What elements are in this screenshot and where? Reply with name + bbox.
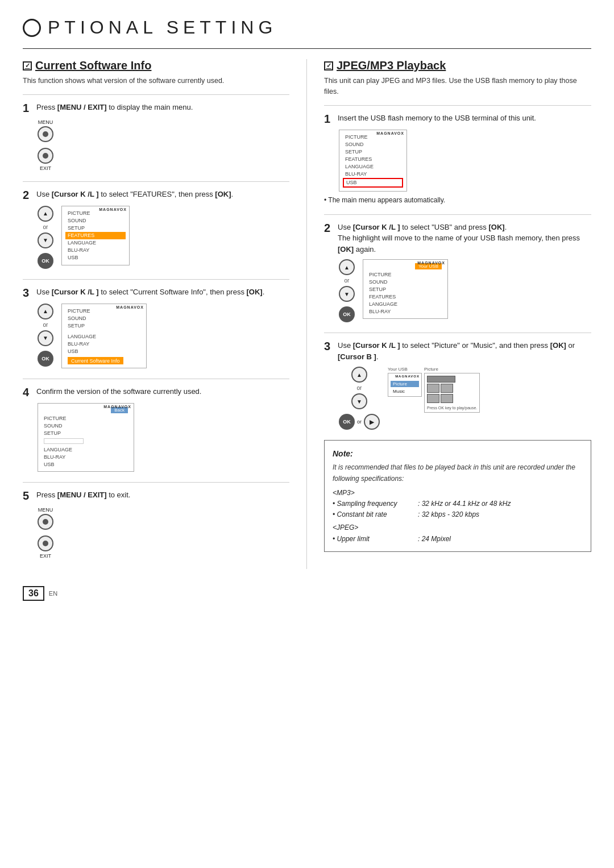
left-column: ✓ Current Software Info This function sh… — [23, 59, 307, 569]
left-step-5-illus: MENU EXIT — [38, 506, 289, 559]
right-step-2: 2 Use [Cursor K /L ] to select "USB" and… — [324, 222, 591, 323]
left-section-title: ✓ Current Software Info — [23, 59, 289, 72]
cursor-group-3: ▲ or ▼ OK — [38, 304, 53, 367]
jpeg-label: <JPEG> — [333, 522, 583, 533]
step-divider-3 — [23, 279, 289, 280]
step-divider-1 — [23, 94, 289, 95]
right-step-3-screens: Your USB MAGNAVOX Picture Music Picture — [388, 367, 480, 413]
page-footer: 36 EN — [23, 586, 591, 601]
step-divider-4 — [23, 379, 289, 379]
right-step-1: 1 Insert the USB flash memory to the USB… — [324, 113, 591, 204]
left-step-5: 5 Press [MENU / EXIT] to exit. MENU EXIT — [23, 489, 289, 559]
cursor-up-3: ▲ — [38, 304, 53, 319]
svg-point-3 — [43, 541, 48, 546]
checkbox-icon-right: ✓ — [324, 61, 333, 70]
page-title-text: PTIONAL SETTING — [48, 17, 277, 38]
cursor-down-r2: ▼ — [339, 286, 355, 302]
right-step-1-note: • The main menu appears automatically. — [324, 196, 591, 204]
right-step-1-illus: MAGNAVOX PICTURE SOUND SETUP FEATURES LA… — [339, 130, 591, 192]
cursor-down-r3: ▼ — [351, 393, 367, 409]
cursor-up-r2: ▲ — [339, 259, 355, 275]
cursor-group-r3: ▲ or ▼ OK or ▶ — [339, 367, 380, 430]
page-title: PTIONAL SETTING — [23, 17, 591, 38]
left-step-3: 3 Use [Cursor K /L ] to select "Current … — [23, 286, 289, 369]
left-step-1-header: 1 Press [MENU / EXIT] to display the mai… — [23, 102, 289, 114]
mp3-label: <MP3> — [333, 488, 583, 499]
right-step-2-illus: ▲ or ▼ OK MAGNAVOX Your USB PICTURE SOUN… — [339, 259, 591, 322]
menu-screen-4: MAGNAVOX Back PICTURE SOUND SETUP LANGUA… — [38, 403, 134, 472]
cursor-group-r2: ▲ or ▼ OK — [339, 259, 355, 322]
ok-btn-r3: OK — [339, 414, 355, 430]
remote-menu-exit-5: MENU EXIT — [38, 506, 53, 559]
menu-btn-5 — [38, 514, 53, 530]
left-step-4-header: 4 Confirm the version of the software cu… — [23, 386, 289, 398]
remote-menu-exit: MENU EXIT — [38, 119, 53, 171]
usb-screen-r3: Your USB MAGNAVOX Picture Music — [388, 367, 422, 397]
spec-upper-limit: • Upper limit : 24 Mpixel — [333, 534, 583, 545]
right-step-divider-1 — [324, 105, 591, 106]
thumbnail-area: Picture Press OK key to play/p — [424, 367, 480, 413]
step-divider-2 — [23, 181, 289, 182]
ok-btn-3: OK — [38, 351, 53, 367]
page-lang: EN — [49, 590, 57, 597]
svg-point-2 — [43, 519, 48, 525]
menu-screen-2: MAGNAVOX PICTURE SOUND SETUP FEATURES LA… — [61, 206, 130, 265]
left-step-4-illus: MAGNAVOX Back PICTURE SOUND SETUP LANGUA… — [38, 403, 289, 472]
right-step-1-header: 1 Insert the USB flash memory to the USB… — [324, 113, 591, 125]
left-step-2-header: 2 Use [Cursor K /L ] to select "FEATURES… — [23, 189, 289, 201]
menu-button — [38, 126, 53, 142]
exit-button — [38, 148, 53, 164]
left-step-1: 1 Press [MENU / EXIT] to display the mai… — [23, 102, 289, 171]
left-step-5-header: 5 Press [MENU / EXIT] to exit. — [23, 489, 289, 502]
right-step-divider-3 — [324, 333, 591, 333]
right-section-desc: This unit can play JPEG and MP3 files. U… — [324, 76, 591, 97]
menu-screen-3: MAGNAVOX PICTURE SOUND SETUP LANGUAGE BL… — [61, 304, 147, 369]
svg-point-0 — [43, 131, 48, 137]
right-step-2-header: 2 Use [Cursor K /L ] to select "USB" and… — [324, 222, 591, 255]
note-specs: <MP3> • Sampling frequency : 32 kHz or 4… — [333, 488, 583, 545]
cursor-right-r3: ▶ — [364, 414, 380, 430]
left-step-3-illus: ▲ or ▼ OK MAGNAVOX PICTURE SOUND SETUP L… — [38, 304, 289, 369]
left-section-desc: This function shows what version of the … — [23, 76, 289, 86]
right-section-title: ✓ JPEG/MP3 Playback — [324, 59, 591, 72]
left-step-3-header: 3 Use [Cursor K /L ] to select "Current … — [23, 286, 289, 299]
cursor-up-r3: ▲ — [351, 367, 367, 383]
cursor-group-2: ▲ or ▼ OK — [38, 206, 53, 269]
spec-bitrate: • Constant bit rate : 32 kbps - 320 kbps — [333, 509, 583, 520]
spec-sampling: • Sampling frequency : 32 kHz or 44.1 kH… — [333, 499, 583, 509]
menu-screen-r1: MAGNAVOX PICTURE SOUND SETUP FEATURES LA… — [339, 130, 407, 192]
o-circle — [23, 19, 41, 37]
ok-btn-r2: OK — [339, 306, 355, 322]
note-box: Note: It is recommended that files to be… — [324, 440, 591, 552]
svg-point-1 — [43, 153, 48, 159]
left-step-1-illus: MENU EXIT — [38, 119, 289, 171]
menu-screen-r2: MAGNAVOX Your USB PICTURE SOUND SETUP FE… — [363, 259, 448, 319]
note-title: Note: — [333, 447, 583, 460]
right-step-divider-2 — [324, 214, 591, 215]
exit-btn-5 — [38, 535, 53, 551]
cursor-down-3: ▼ — [38, 330, 53, 346]
right-column: ✓ JPEG/MP3 Playback This unit can play J… — [307, 59, 591, 569]
cursor-down-2: ▼ — [38, 232, 53, 248]
left-step-2: 2 Use [Cursor K /L ] to select "FEATURES… — [23, 189, 289, 269]
cursor-up-2: ▲ — [38, 206, 53, 222]
page-number: 36 — [23, 586, 44, 601]
note-desc: It is recommended that files to be playe… — [333, 462, 583, 484]
left-step-4: 4 Confirm the version of the software cu… — [23, 386, 289, 472]
right-step-3-illus: ▲ or ▼ OK or ▶ Your USB MAGNAVOX — [339, 367, 591, 430]
step-divider-5 — [23, 482, 289, 483]
right-step-3-header: 3 Use [Cursor K /L ] to select "Picture"… — [324, 340, 591, 362]
ok-btn-2: OK — [38, 253, 53, 269]
right-step-3: 3 Use [Cursor K /L ] to select "Picture"… — [324, 340, 591, 430]
left-step-2-illus: ▲ or ▼ OK MAGNAVOX PICTURE SOUND SETUP F… — [38, 206, 289, 269]
main-content: ✓ Current Software Info This function sh… — [23, 59, 591, 569]
checkbox-icon-left: ✓ — [23, 61, 32, 70]
title-divider — [23, 48, 591, 49]
